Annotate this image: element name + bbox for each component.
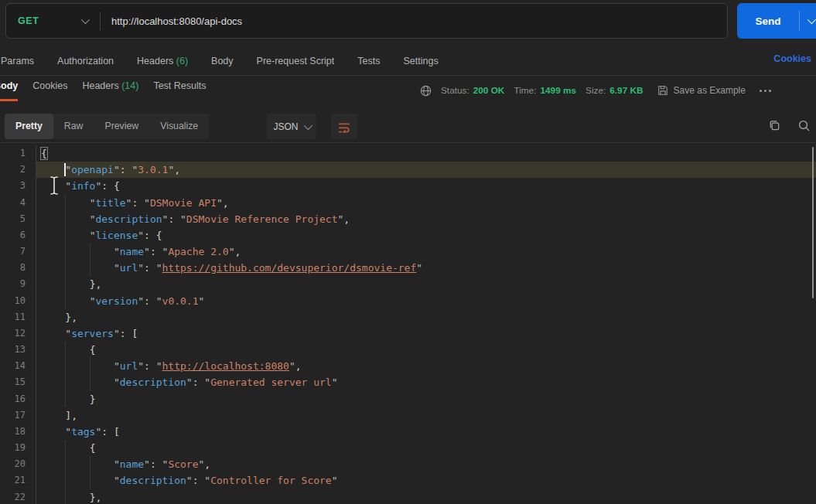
line-number: 5 <box>0 211 36 227</box>
request-tabs: ParamsAuthorizationHeaders (6)BodyPre-re… <box>1 48 439 74</box>
status-pair: Status: 200 OK <box>441 85 504 96</box>
line-number: 12 <box>0 325 36 342</box>
tab-count-badge: (6) <box>173 56 188 66</box>
wrap-text-button[interactable] <box>331 114 357 139</box>
code-line: 16 } <box>0 391 816 407</box>
copy-icon <box>768 119 781 132</box>
json-link[interactable]: http://localhost:8080 <box>162 360 289 372</box>
tab-tests[interactable]: Tests <box>357 56 380 66</box>
tab-authorization[interactable]: Authorization <box>57 56 114 66</box>
save-as-example-label: Save as Example <box>674 85 746 96</box>
indent-guide <box>90 456 90 472</box>
tab-body[interactable]: Body <box>211 56 234 66</box>
time-pair: Time: 1499 ms <box>514 85 576 96</box>
indent-guide <box>65 456 66 472</box>
indent-guide <box>65 243 66 260</box>
chevron-down-icon <box>807 15 816 24</box>
code-line: 8 "url": "https://github.com/devsuperior… <box>0 260 816 276</box>
line-number: 17 <box>0 407 36 424</box>
tab-params[interactable]: Params <box>1 56 34 66</box>
status-label: Status: <box>441 85 469 96</box>
size-value: 6.97 KB <box>609 85 643 96</box>
view-tab-visualize[interactable]: Visualize <box>149 114 209 139</box>
tab-settings[interactable]: Settings <box>403 56 438 66</box>
indent-guide <box>65 342 66 358</box>
code-line: 3 "info": { <box>0 178 816 194</box>
view-tab-raw[interactable]: Raw <box>53 114 94 139</box>
time-value: 1499 ms <box>540 85 576 96</box>
code-line: 7 "name": "Apache 2.0", <box>0 243 816 260</box>
json-link[interactable]: https://github.com/devsuperior/dsmovie-r… <box>162 262 417 274</box>
indent-guide <box>65 489 66 504</box>
format-dropdown[interactable]: JSON <box>267 114 316 139</box>
line-number: 4 <box>0 195 36 211</box>
copy-response-button[interactable] <box>766 117 783 134</box>
view-tab-pretty[interactable]: Pretty <box>5 114 53 139</box>
code-line: 10 "version": "v0.0.1" <box>0 293 816 309</box>
size-pair: Size: 6.97 KB <box>586 85 644 96</box>
tab-body[interactable]: Body <box>0 80 18 101</box>
line-number: 16 <box>0 391 36 407</box>
chevron-down-icon <box>303 121 312 129</box>
code-line: 13 { <box>0 342 816 358</box>
request-url-bar: GET http://localhost:8080/api-docs <box>5 3 728 39</box>
code-line: 21 "description": "Controller for Score" <box>0 472 816 489</box>
send-button-label: Send <box>737 15 799 27</box>
status-value: 200 OK <box>473 85 505 96</box>
line-number: 22 <box>0 489 36 504</box>
line-number: 10 <box>0 293 36 309</box>
line-number: 19 <box>0 440 36 456</box>
code-line: 22 }, <box>0 489 816 504</box>
method-selector[interactable]: GET <box>6 4 100 38</box>
view-tab-preview[interactable]: Preview <box>94 114 149 139</box>
indent-guide <box>65 440 66 456</box>
more-options-icon[interactable] <box>760 90 771 92</box>
code-line: 14 "url": "http://localhost:8080", <box>0 358 816 374</box>
send-options-button[interactable] <box>800 18 816 24</box>
indent-guide <box>65 358 66 374</box>
code-line: 4 "title": "DSMovie API", <box>0 195 816 211</box>
cookies-link[interactable]: Cookies <box>773 53 811 64</box>
code-line: 19 { <box>0 440 816 456</box>
indent-guide <box>65 374 66 390</box>
indent-guide <box>65 391 66 407</box>
line-number: 20 <box>0 456 36 472</box>
line-number: 9 <box>0 276 36 292</box>
line-number: 7 <box>0 243 36 260</box>
code-line: 20 "name": "Score", <box>0 456 816 472</box>
send-button[interactable]: Send <box>737 3 816 39</box>
tab-cookies[interactable]: Cookies <box>32 80 67 99</box>
tab-test-results[interactable]: Test Results <box>153 80 206 99</box>
line-number: 3 <box>0 178 36 194</box>
save-icon <box>657 85 668 96</box>
indent-guide <box>65 472 66 489</box>
indent-guide <box>65 293 66 309</box>
time-label: Time: <box>514 85 536 96</box>
indent-guide <box>90 243 90 260</box>
indent-guide <box>65 211 66 227</box>
indent-guide <box>65 195 66 211</box>
method-label: GET <box>18 15 39 26</box>
url-input[interactable]: http://localhost:8080/api-docs <box>101 15 727 27</box>
line-number: 21 <box>0 472 36 489</box>
scrollbar-thumb[interactable] <box>812 147 814 298</box>
code-line: 17 ], <box>0 407 816 424</box>
tab-headers[interactable]: Headers (14) <box>82 80 138 99</box>
search-icon <box>797 119 811 132</box>
indent-guide <box>90 472 90 489</box>
save-as-example-button[interactable]: Save as Example <box>657 85 746 96</box>
code-line: 18 "tags": [ <box>0 424 816 440</box>
line-number: 8 <box>0 260 36 276</box>
tab-headers[interactable]: Headers (6) <box>137 56 188 66</box>
code-line: 2 "openapi": "3.0.1", <box>0 162 816 178</box>
size-label: Size: <box>586 85 606 96</box>
search-response-button[interactable] <box>795 117 812 134</box>
tab-pre-request-script[interactable]: Pre-request Script <box>257 56 335 66</box>
response-body-editor[interactable]: 1{2 "openapi": "3.0.1",3 "info": {4 "tit… <box>0 144 816 504</box>
code-line: 15 "description": "Generated server url" <box>0 374 816 390</box>
line-number: 1 <box>0 145 36 162</box>
text-caret <box>64 163 66 176</box>
line-number: 18 <box>0 424 36 440</box>
line-number: 11 <box>0 309 36 325</box>
code-lines: 1{2 "openapi": "3.0.1",3 "info": {4 "tit… <box>0 145 816 504</box>
